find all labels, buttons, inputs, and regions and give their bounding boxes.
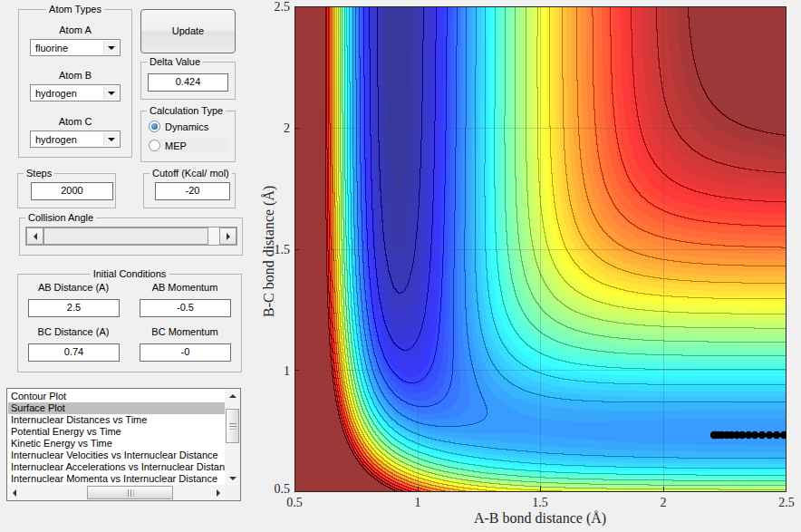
x-tick-label: 0.5: [276, 496, 313, 510]
list-item[interactable]: Internuclear Velocities vs Internuclear …: [8, 450, 227, 461]
atom-c-label: Atom C: [19, 116, 131, 127]
list-item[interactable]: Potential Energy vs Time: [8, 426, 227, 438]
list-item[interactable]: Internuclear Distances vs Time: [8, 414, 227, 426]
initial-conditions-title: Initial Conditions: [91, 267, 169, 280]
bc-distance-label: BC Distance (A): [25, 326, 121, 337]
ab-distance-label: AB Distance (A): [25, 282, 121, 293]
chevron-down-icon[interactable]: [103, 86, 119, 100]
steps-title: Steps: [24, 167, 54, 179]
collision-angle-group: Collision Angle: [19, 218, 243, 256]
list-item[interactable]: Surface Plot: [8, 402, 227, 414]
scrollbar-corner: [225, 485, 240, 500]
calculation-type-group: Calculation Type Dynamics MEP: [140, 111, 236, 162]
radio-unselected-icon[interactable]: [149, 140, 160, 151]
scroll-down-icon[interactable]: [225, 471, 240, 485]
y-tick-label: 1: [261, 364, 290, 379]
delta-value-field[interactable]: 0.424: [148, 73, 228, 92]
slider-right-arrow-icon[interactable]: [219, 227, 236, 245]
list-item[interactable]: Contour Plot: [8, 391, 227, 402]
atom-a-value: fluorine: [35, 43, 68, 53]
x-tick-label: 2.5: [768, 496, 801, 510]
atom-types-group: Atom Types Atom A fluorine Atom B hydrog…: [18, 9, 132, 158]
update-button[interactable]: Update: [140, 9, 236, 53]
scroll-right-icon[interactable]: [211, 485, 225, 500]
initial-conditions-group: Initial Conditions AB Distance (A) AB Mo…: [17, 274, 242, 372]
y-axis-label: B-C bond distance (Å): [261, 168, 277, 335]
chevron-down-icon[interactable]: [103, 41, 119, 54]
ab-momentum-field[interactable]: -0.5: [140, 299, 231, 317]
x-axis-label: A-B bond distance (Å): [404, 510, 676, 527]
y-tick-label: 0.5: [261, 482, 290, 497]
scroll-up-icon[interactable]: [225, 389, 240, 402]
cutoff-field[interactable]: -20: [155, 182, 230, 200]
chevron-down-icon[interactable]: [103, 132, 119, 146]
plot-type-listbox[interactable]: Contour Plot Surface Plot Internuclear D…: [6, 388, 241, 501]
slider-thumb[interactable]: [43, 227, 208, 245]
potential-surface-contour-plot: [294, 6, 787, 492]
atom-b-label: Atom B: [19, 70, 131, 81]
atom-b-value: hydrogen: [35, 88, 77, 99]
collision-angle-slider[interactable]: [25, 227, 237, 246]
ab-momentum-label: AB Momentum: [137, 282, 233, 293]
cutoff-title: Cutoff (Kcal/ mol): [150, 167, 232, 179]
list-item[interactable]: Internuclear Momenta vs Internuclear Dis…: [8, 473, 227, 485]
steps-field[interactable]: 2000: [31, 182, 113, 200]
horizontal-scrollbar[interactable]: [7, 485, 225, 500]
bc-momentum-label: BC Momentum: [137, 326, 233, 337]
y-tick-label: 2.5: [261, 0, 290, 15]
vertical-scroll-thumb[interactable]: [226, 409, 239, 443]
atom-types-title: Atom Types: [46, 3, 104, 15]
y-tick-label: 2: [261, 121, 290, 136]
dynamics-radio-label: Dynamics: [165, 121, 208, 132]
mep-radio[interactable]: MEP: [149, 139, 228, 152]
slider-left-arrow-icon[interactable]: [26, 227, 43, 245]
x-tick-label: 1.5: [522, 496, 558, 510]
scroll-left-icon[interactable]: [7, 485, 21, 500]
atom-a-label: Atom A: [19, 24, 131, 35]
calculation-type-title: Calculation Type: [147, 104, 226, 117]
mep-radio-label: MEP: [165, 140, 187, 151]
radio-selected-icon[interactable]: [149, 121, 160, 132]
ab-distance-field[interactable]: 2.5: [28, 299, 120, 317]
x-tick-label: 1: [400, 496, 436, 510]
reaction-dynamics-window: Atom Types Atom A fluorine Atom B hydrog…: [0, 0, 801, 532]
bc-momentum-field[interactable]: -0: [140, 343, 231, 362]
bc-distance-field[interactable]: 0.74: [28, 343, 120, 362]
steps-group: Steps 2000: [17, 173, 116, 208]
list-item[interactable]: Kinetic Energy vs Time: [8, 438, 227, 450]
delta-value-group: Delta Value 0.424: [140, 62, 236, 100]
x-tick-label: 2: [645, 496, 681, 510]
delta-value-title: Delta Value: [147, 55, 203, 68]
atom-b-dropdown[interactable]: hydrogen: [30, 84, 121, 102]
horizontal-scroll-thumb[interactable]: [87, 486, 173, 499]
atom-c-dropdown[interactable]: hydrogen: [30, 131, 121, 148]
collision-angle-title: Collision Angle: [25, 211, 96, 224]
dynamics-radio[interactable]: Dynamics: [149, 120, 208, 133]
list-item[interactable]: Internuclear Accelerations vs Internucle…: [8, 461, 227, 473]
atom-c-value: hydrogen: [35, 134, 77, 145]
vertical-scrollbar[interactable]: [225, 389, 240, 485]
cutoff-group: Cutoff (Kcal/ mol) -20: [143, 173, 236, 208]
atom-a-dropdown[interactable]: fluorine: [30, 39, 121, 56]
